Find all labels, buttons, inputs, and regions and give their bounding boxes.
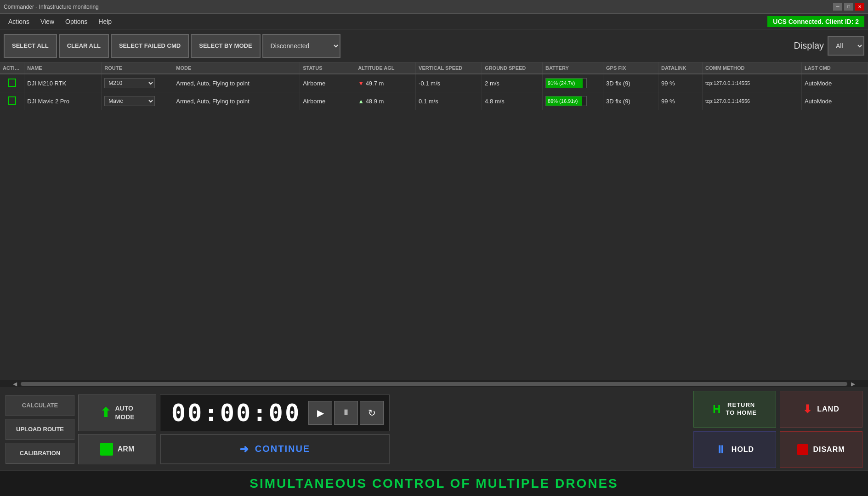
drone-comm-method: tcp:127.0.0.1:14556 bbox=[702, 92, 801, 110]
title-bar: Commander - Infrastructure monitoring ─ … bbox=[0, 0, 868, 14]
battery-text: 91% (24.7v) bbox=[548, 80, 575, 86]
hold-label: HOLD bbox=[732, 445, 754, 454]
drone-altitude: ▲ 48.9 m bbox=[355, 92, 416, 110]
drone-comm-method: tcp:127.0.0.1:14555 bbox=[702, 74, 801, 92]
pause-icon: ⏸ bbox=[342, 408, 350, 417]
arm-status-indicator bbox=[100, 443, 113, 456]
window-title: Commander - Infrastructure monitoring bbox=[4, 4, 99, 10]
drone-gps: 3D fix (9) bbox=[603, 92, 658, 110]
menu-actions[interactable]: Actions bbox=[4, 16, 34, 27]
drone-battery: 89% (16.91v) bbox=[543, 92, 603, 110]
disarm-label: DISARM bbox=[813, 445, 845, 454]
drone-vspeed: -0.1 m/s bbox=[416, 74, 482, 92]
display-label: Display bbox=[794, 40, 824, 51]
scroll-left-arrow[interactable]: ◀ bbox=[9, 381, 21, 387]
hold-button[interactable]: ⏸ HOLD bbox=[693, 431, 776, 468]
battery-bar-container: 89% (16.91v) bbox=[545, 96, 587, 106]
hold-icon: ⏸ bbox=[715, 443, 727, 456]
calibration-button[interactable]: CALIBRATION bbox=[6, 443, 74, 464]
continue-arrow-icon: ➜ bbox=[239, 443, 250, 456]
play-button[interactable]: ▶ bbox=[308, 401, 332, 425]
select-by-mode-button[interactable]: SELECT BY MODE bbox=[191, 34, 260, 58]
auto-mode-label-line1: AUTO bbox=[115, 405, 133, 412]
route-select[interactable]: M210 bbox=[104, 78, 155, 88]
upload-route-button[interactable]: UPLOAD ROUTE bbox=[6, 419, 74, 440]
scrollbar-track[interactable] bbox=[21, 382, 847, 386]
return-home-icon: H bbox=[713, 403, 721, 416]
close-button[interactable]: ✕ bbox=[855, 3, 864, 11]
disarm-button[interactable]: DISARM bbox=[780, 431, 862, 468]
return-to-home-button[interactable]: H RETURN TO HOME bbox=[693, 391, 776, 428]
select-all-button[interactable]: SELECT ALL bbox=[4, 34, 57, 58]
col-name: NAME bbox=[24, 62, 102, 74]
window-controls: ─ □ ✕ bbox=[833, 3, 864, 11]
active-checkbox-cell[interactable] bbox=[0, 74, 24, 92]
table-row: DJI Mavic 2 Pro Mavic Armed, Auto, Flyin… bbox=[0, 92, 868, 110]
land-button[interactable]: ⬇ LAND bbox=[780, 391, 862, 428]
menu-options[interactable]: Options bbox=[61, 16, 92, 27]
scrollbar-thumb[interactable] bbox=[21, 382, 847, 386]
continue-button[interactable]: ➜ CONTINUE bbox=[160, 434, 390, 464]
pause-button[interactable]: ⏸ bbox=[334, 401, 358, 425]
clear-all-button[interactable]: CLEAR ALL bbox=[59, 34, 109, 58]
active-checkbox-cell[interactable] bbox=[0, 92, 24, 110]
timer-row: 00:00:00 ▶ ⏸ ↻ bbox=[160, 395, 390, 431]
bottom-controls: CALCULATE UPLOAD ROUTE CALIBRATION ⬆ AUT… bbox=[0, 388, 868, 470]
col-battery: BATTERY bbox=[543, 62, 603, 74]
display-select[interactable]: All bbox=[828, 36, 864, 56]
arm-label: ARM bbox=[118, 445, 134, 453]
drone-last-cmd: AutoMode bbox=[801, 74, 868, 92]
table-header-row: ACTIVE NAME ROUTE MODE STATUS ALTITUDE A… bbox=[0, 62, 868, 74]
return-home-label-line1: RETURN bbox=[727, 401, 755, 408]
col-gspeed: GROUND SPEED bbox=[482, 62, 543, 74]
timer-section: 00:00:00 ▶ ⏸ ↻ ➜ CONTINUE bbox=[160, 395, 390, 464]
active-checkbox[interactable] bbox=[8, 96, 16, 105]
land-icon: ⬇ bbox=[803, 403, 812, 416]
left-buttons: CALCULATE UPLOAD ROUTE CALIBRATION bbox=[6, 395, 74, 464]
arm-button[interactable]: ARM bbox=[78, 434, 156, 464]
drone-route: Mavic bbox=[102, 92, 173, 110]
menu-bar: Actions View Options Help UCS Connected.… bbox=[0, 14, 868, 29]
auto-mode-button[interactable]: ⬆ AUTO MODE bbox=[78, 395, 156, 431]
drone-name: DJI Mavic 2 Pro bbox=[24, 92, 102, 110]
drone-datalink: 99 % bbox=[658, 74, 702, 92]
scroll-right-arrow[interactable]: ▶ bbox=[847, 381, 859, 387]
disconnected-select-wrapper: Disconnected bbox=[262, 34, 340, 58]
drone-route: M210 bbox=[102, 74, 173, 92]
disarm-icon bbox=[797, 444, 808, 455]
minimize-button[interactable]: ─ bbox=[833, 3, 842, 11]
disconnected-select[interactable]: Disconnected bbox=[262, 34, 340, 58]
table-row: DJI M210 RTK M210 Armed, Auto, Flying to… bbox=[0, 74, 868, 92]
route-select[interactable]: Mavic bbox=[104, 96, 155, 106]
timer-display: 00:00:00 bbox=[166, 399, 306, 427]
mode-buttons: ⬆ AUTO MODE ARM bbox=[78, 395, 156, 464]
auto-mode-up-arrow-icon: ⬆ bbox=[100, 405, 111, 420]
return-home-label-line2: TO HOME bbox=[726, 409, 756, 416]
active-checkbox[interactable] bbox=[8, 79, 16, 87]
drone-gspeed: 2 m/s bbox=[482, 74, 543, 92]
battery-text: 89% (16.91v) bbox=[548, 98, 578, 104]
col-lastcmd: LAST CMD bbox=[801, 62, 868, 74]
display-section: Display All bbox=[794, 36, 864, 56]
battery-bar-container: 91% (24.7v) bbox=[545, 78, 587, 88]
maximize-button[interactable]: □ bbox=[844, 3, 853, 11]
drone-status: Airborne bbox=[300, 74, 355, 92]
drone-status: Airborne bbox=[300, 92, 355, 110]
select-failed-cmd-button[interactable]: SELECT FAILED CMD bbox=[111, 34, 189, 58]
refresh-button[interactable]: ↻ bbox=[360, 401, 384, 425]
col-mode: MODE bbox=[173, 62, 300, 74]
toolbar: SELECT ALL CLEAR ALL SELECT FAILED CMD S… bbox=[0, 29, 868, 62]
col-comm: COMM METHOD bbox=[702, 62, 801, 74]
bottom-banner: SIMULTANEOUS CONTROL OF MULTIPLE DRONES bbox=[0, 470, 868, 496]
ucs-status: UCS Connected. Client ID: 2 bbox=[767, 16, 864, 27]
calculate-button[interactable]: CALCULATE bbox=[6, 395, 74, 416]
col-route: ROUTE bbox=[102, 62, 173, 74]
drone-gps: 3D fix (9) bbox=[603, 74, 658, 92]
menu-view[interactable]: View bbox=[36, 16, 59, 27]
drone-name: DJI M210 RTK bbox=[24, 74, 102, 92]
horizontal-scrollbar[interactable]: ◀ ▶ bbox=[0, 380, 868, 388]
menu-items: Actions View Options Help bbox=[4, 16, 116, 27]
drone-vspeed: 0.1 m/s bbox=[416, 92, 482, 110]
col-altitude: ALTITUDE AGL bbox=[355, 62, 416, 74]
menu-help[interactable]: Help bbox=[94, 16, 116, 27]
